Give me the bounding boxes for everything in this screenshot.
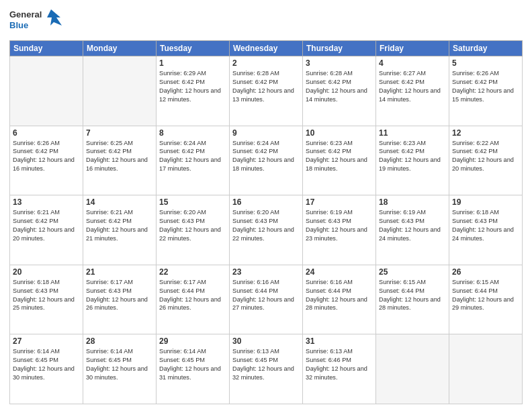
cell-info: Sunrise: 6:14 AMSunset: 6:45 PMDaylight:… [86, 347, 153, 382]
svg-text:General: General [9, 9, 42, 19]
svg-text:Blue: Blue [9, 20, 28, 30]
cell-info: Sunrise: 6:29 AMSunset: 6:42 PMDaylight:… [159, 69, 226, 104]
header-day-monday: Monday [83, 41, 157, 56]
day-number: 9 [232, 128, 300, 138]
cell-info: Sunrise: 6:15 AMSunset: 6:44 PMDaylight:… [379, 278, 446, 313]
day-number: 17 [306, 197, 373, 207]
cell-info: Sunrise: 6:28 AMSunset: 6:42 PMDaylight:… [306, 69, 373, 104]
week-row-3: 13Sunrise: 6:21 AMSunset: 6:42 PMDayligh… [10, 195, 523, 265]
cell-info: Sunrise: 6:22 AMSunset: 6:42 PMDaylight:… [452, 139, 519, 174]
calendar-cell: 11Sunrise: 6:23 AMSunset: 6:42 PMDayligh… [376, 126, 449, 195]
cell-info: Sunrise: 6:19 AMSunset: 6:43 PMDaylight:… [306, 208, 373, 243]
cell-info: Sunrise: 6:20 AMSunset: 6:43 PMDaylight:… [232, 208, 300, 243]
day-number: 29 [159, 336, 226, 346]
logo: General Blue [9, 7, 63, 36]
header-day-tuesday: Tuesday [157, 41, 230, 56]
header-day-wednesday: Wednesday [230, 41, 303, 56]
day-number: 10 [306, 128, 373, 138]
cell-info: Sunrise: 6:26 AMSunset: 6:42 PMDaylight:… [452, 69, 519, 104]
calendar-cell: 25Sunrise: 6:15 AMSunset: 6:44 PMDayligh… [376, 265, 449, 334]
day-number: 31 [306, 336, 373, 346]
cell-info: Sunrise: 6:15 AMSunset: 6:44 PMDaylight:… [452, 278, 519, 313]
week-row-5: 27Sunrise: 6:14 AMSunset: 6:45 PMDayligh… [10, 334, 523, 404]
cell-info: Sunrise: 6:23 AMSunset: 6:42 PMDaylight:… [379, 139, 446, 174]
calendar-cell: 1Sunrise: 6:29 AMSunset: 6:42 PMDaylight… [157, 56, 230, 126]
cell-info: Sunrise: 6:16 AMSunset: 6:44 PMDaylight:… [306, 278, 373, 313]
calendar-cell: 15Sunrise: 6:20 AMSunset: 6:43 PMDayligh… [157, 195, 230, 265]
calendar-cell: 9Sunrise: 6:24 AMSunset: 6:42 PMDaylight… [230, 126, 303, 195]
cell-info: Sunrise: 6:14 AMSunset: 6:45 PMDaylight:… [13, 347, 80, 382]
day-number: 3 [306, 58, 373, 68]
cell-info: Sunrise: 6:13 AMSunset: 6:45 PMDaylight:… [232, 347, 300, 382]
week-row-2: 6Sunrise: 6:26 AMSunset: 6:42 PMDaylight… [10, 126, 523, 195]
day-number: 5 [452, 58, 519, 68]
header-day-thursday: Thursday [303, 41, 376, 56]
day-number: 22 [159, 267, 226, 277]
day-number: 21 [86, 267, 153, 277]
day-number: 11 [379, 128, 446, 138]
calendar-cell: 20Sunrise: 6:18 AMSunset: 6:43 PMDayligh… [10, 265, 83, 334]
day-number: 23 [232, 267, 300, 277]
day-number: 16 [232, 197, 300, 207]
calendar-header: SundayMondayTuesdayWednesdayThursdayFrid… [10, 41, 523, 56]
calendar-body: 1Sunrise: 6:29 AMSunset: 6:42 PMDaylight… [10, 56, 523, 404]
header-day-friday: Friday [376, 41, 449, 56]
day-number: 20 [13, 267, 80, 277]
cell-info: Sunrise: 6:19 AMSunset: 6:43 PMDaylight:… [379, 208, 446, 243]
calendar-cell: 5Sunrise: 6:26 AMSunset: 6:42 PMDaylight… [449, 56, 523, 126]
calendar-cell: 24Sunrise: 6:16 AMSunset: 6:44 PMDayligh… [303, 265, 376, 334]
calendar-cell: 19Sunrise: 6:18 AMSunset: 6:43 PMDayligh… [449, 195, 523, 265]
logo-container: General Blue [9, 7, 63, 36]
calendar-cell: 18Sunrise: 6:19 AMSunset: 6:43 PMDayligh… [376, 195, 449, 265]
calendar-cell: 27Sunrise: 6:14 AMSunset: 6:45 PMDayligh… [10, 334, 83, 404]
header: General Blue [9, 7, 523, 36]
day-number: 2 [232, 58, 300, 68]
page: General Blue SundayMondayTuesdayWednesda… [0, 0, 532, 411]
day-number: 8 [159, 128, 226, 138]
day-number: 18 [379, 197, 446, 207]
cell-info: Sunrise: 6:21 AMSunset: 6:42 PMDaylight:… [13, 208, 80, 243]
calendar-cell: 17Sunrise: 6:19 AMSunset: 6:43 PMDayligh… [303, 195, 376, 265]
day-number: 25 [379, 267, 446, 277]
calendar-cell: 13Sunrise: 6:21 AMSunset: 6:42 PMDayligh… [10, 195, 83, 265]
calendar-cell: 30Sunrise: 6:13 AMSunset: 6:45 PMDayligh… [230, 334, 303, 404]
calendar-cell: 22Sunrise: 6:17 AMSunset: 6:44 PMDayligh… [157, 265, 230, 334]
cell-info: Sunrise: 6:14 AMSunset: 6:45 PMDaylight:… [159, 347, 226, 382]
cell-info: Sunrise: 6:16 AMSunset: 6:44 PMDaylight:… [232, 278, 300, 313]
cell-info: Sunrise: 6:28 AMSunset: 6:42 PMDaylight:… [232, 69, 300, 104]
svg-marker-2 [47, 9, 62, 26]
header-day-saturday: Saturday [449, 41, 523, 56]
cell-info: Sunrise: 6:26 AMSunset: 6:42 PMDaylight:… [13, 139, 80, 174]
day-number: 6 [13, 128, 80, 138]
day-number: 7 [86, 128, 153, 138]
cell-info: Sunrise: 6:24 AMSunset: 6:42 PMDaylight:… [159, 139, 226, 174]
cell-info: Sunrise: 6:17 AMSunset: 6:44 PMDaylight:… [159, 278, 226, 313]
cell-info: Sunrise: 6:17 AMSunset: 6:43 PMDaylight:… [86, 278, 153, 313]
calendar-cell: 12Sunrise: 6:22 AMSunset: 6:42 PMDayligh… [449, 126, 523, 195]
cell-info: Sunrise: 6:24 AMSunset: 6:42 PMDaylight:… [232, 139, 300, 174]
calendar-cell: 7Sunrise: 6:25 AMSunset: 6:42 PMDaylight… [83, 126, 157, 195]
header-row: SundayMondayTuesdayWednesdayThursdayFrid… [10, 41, 523, 56]
cell-info: Sunrise: 6:20 AMSunset: 6:43 PMDaylight:… [159, 208, 226, 243]
cell-info: Sunrise: 6:18 AMSunset: 6:43 PMDaylight:… [452, 208, 519, 243]
calendar-cell: 21Sunrise: 6:17 AMSunset: 6:43 PMDayligh… [83, 265, 157, 334]
day-number: 13 [13, 197, 80, 207]
cell-info: Sunrise: 6:18 AMSunset: 6:43 PMDaylight:… [13, 278, 80, 313]
calendar-cell: 23Sunrise: 6:16 AMSunset: 6:44 PMDayligh… [230, 265, 303, 334]
calendar-cell: 10Sunrise: 6:23 AMSunset: 6:42 PMDayligh… [303, 126, 376, 195]
day-number: 26 [452, 267, 519, 277]
calendar-cell [83, 56, 157, 126]
day-number: 12 [452, 128, 519, 138]
calendar-cell: 31Sunrise: 6:13 AMSunset: 6:46 PMDayligh… [303, 334, 376, 404]
calendar-cell: 16Sunrise: 6:20 AMSunset: 6:43 PMDayligh… [230, 195, 303, 265]
calendar-cell: 8Sunrise: 6:24 AMSunset: 6:42 PMDaylight… [157, 126, 230, 195]
calendar-cell: 2Sunrise: 6:28 AMSunset: 6:42 PMDaylight… [230, 56, 303, 126]
calendar-cell [449, 334, 523, 404]
day-number: 30 [232, 336, 300, 346]
cell-info: Sunrise: 6:13 AMSunset: 6:46 PMDaylight:… [306, 347, 373, 382]
day-number: 19 [452, 197, 519, 207]
calendar-cell [376, 334, 449, 404]
calendar-table: SundayMondayTuesdayWednesdayThursdayFrid… [9, 40, 523, 404]
week-row-1: 1Sunrise: 6:29 AMSunset: 6:42 PMDaylight… [10, 56, 523, 126]
calendar-cell: 29Sunrise: 6:14 AMSunset: 6:45 PMDayligh… [157, 334, 230, 404]
